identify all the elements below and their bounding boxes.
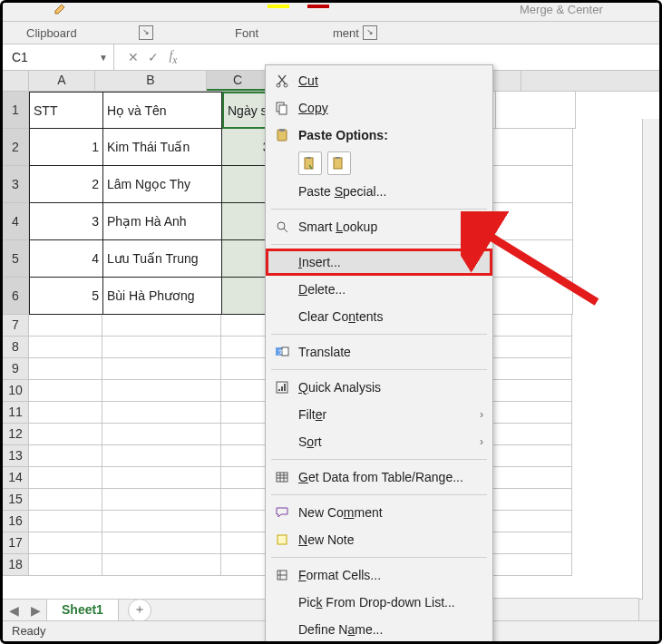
cell[interactable]: Lâm Ngọc Thy [103, 166, 222, 203]
cell[interactable]: Kim Thái Tuấn [103, 129, 222, 166]
row-header[interactable]: 1 [3, 92, 29, 129]
row-header[interactable]: 13 [3, 445, 29, 467]
cell[interactable]: Bùi Hà Phương [103, 278, 222, 315]
cell[interactable] [102, 424, 221, 445]
row-header[interactable]: 3 [3, 166, 29, 203]
column-header-c[interactable]: C [207, 71, 269, 91]
cell[interactable] [29, 511, 102, 532]
cell[interactable] [29, 489, 102, 511]
cell[interactable] [102, 315, 221, 337]
scrollbar-vertical[interactable] [642, 119, 659, 600]
cell[interactable] [496, 92, 576, 129]
cell[interactable] [102, 554, 221, 576]
menu-new-note[interactable]: New Note [266, 526, 492, 553]
font-color-swatch[interactable] [307, 5, 329, 8]
row-header[interactable]: 4 [3, 203, 29, 240]
fill-color-swatch[interactable] [268, 5, 289, 8]
cell[interactable] [29, 380, 102, 402]
menu-quick-analysis[interactable]: Quick Analysis [266, 374, 492, 401]
cell[interactable] [492, 511, 572, 532]
cell[interactable] [29, 402, 102, 424]
cell[interactable] [102, 402, 221, 424]
cell[interactable] [29, 358, 102, 380]
cancel-entry-icon[interactable]: ✕ [123, 50, 143, 64]
row-header[interactable]: 16 [3, 511, 29, 532]
menu-get-data[interactable]: Get Data from Table/Range... [266, 463, 492, 491]
cell[interactable] [492, 424, 572, 445]
menu-pick-list[interactable]: Pick From Drop-down List... [266, 589, 492, 616]
menu-filter[interactable]: Filter › [266, 401, 492, 428]
paste-default-icon[interactable] [298, 151, 322, 175]
row-header[interactable]: 7 [3, 315, 29, 337]
cell[interactable] [492, 445, 572, 467]
cell[interactable] [492, 489, 572, 511]
cell[interactable]: 3 [29, 203, 103, 240]
cell[interactable] [492, 402, 572, 424]
row-header[interactable]: 8 [3, 337, 29, 358]
cell[interactable] [29, 532, 102, 554]
add-sheet-button[interactable]: ＋ [128, 599, 151, 622]
cell[interactable] [492, 337, 572, 358]
cell[interactable]: Họ và Tên [103, 92, 222, 129]
menu-define-name[interactable]: Define Name... [266, 616, 492, 643]
paste-values-icon[interactable] [327, 151, 351, 175]
cell[interactable] [29, 315, 102, 337]
row-header[interactable]: 18 [3, 554, 29, 576]
row-header[interactable]: 9 [3, 358, 29, 380]
menu-smart-lookup[interactable]: Smart Lookup [266, 213, 492, 240]
menu-cut[interactable]: Cut [266, 67, 492, 94]
row-header[interactable]: 14 [3, 467, 29, 489]
menu-delete[interactable]: Delete... [266, 276, 492, 303]
row-header[interactable]: 15 [3, 489, 29, 511]
tab-next-icon[interactable]: ▶ [24, 603, 46, 618]
name-box-dropdown-icon[interactable]: ▼ [99, 53, 108, 63]
menu-translate[interactable]: 文 Translate [266, 338, 492, 366]
cell[interactable]: 1 [29, 129, 103, 166]
cell[interactable]: STT [29, 92, 103, 129]
cell[interactable] [493, 166, 573, 203]
menu-clear-contents[interactable]: Clear Contents [266, 303, 492, 330]
cell[interactable] [102, 489, 221, 511]
cell[interactable] [492, 554, 572, 576]
cell[interactable]: Phạm Hà Anh [103, 203, 222, 240]
cell[interactable] [29, 445, 102, 467]
menu-sort[interactable]: Sort › [266, 428, 492, 455]
tab-prev-icon[interactable]: ◀ [3, 603, 24, 618]
cell[interactable] [29, 554, 102, 576]
cell[interactable]: 5 [29, 278, 103, 315]
cell[interactable] [102, 467, 221, 489]
insert-function-icon[interactable]: fx [163, 49, 183, 66]
cell[interactable] [29, 467, 102, 489]
clipboard-launcher-icon[interactable]: ↘ [139, 25, 153, 40]
cell[interactable]: 4 [29, 240, 103, 278]
confirm-entry-icon[interactable]: ✓ [143, 50, 163, 64]
cell[interactable] [492, 358, 572, 380]
row-header[interactable]: 6 [3, 278, 29, 315]
select-all-corner[interactable] [3, 71, 29, 91]
row-header[interactable]: 10 [3, 380, 29, 402]
column-header-a[interactable]: A [29, 71, 95, 91]
menu-copy[interactable]: Copy [266, 94, 492, 122]
cell[interactable] [102, 511, 221, 532]
cell[interactable] [492, 532, 572, 554]
name-box[interactable]: C1 ▼ [3, 44, 114, 70]
menu-insert[interactable]: Insert... [266, 249, 492, 276]
column-header-b[interactable]: B [95, 71, 207, 91]
cell[interactable]: Lưu Tuấn Trung [103, 240, 222, 278]
merge-center-label[interactable]: Merge & Center [520, 3, 603, 16]
row-header[interactable]: 12 [3, 424, 29, 445]
cell[interactable]: 2 [29, 166, 103, 203]
cell[interactable] [102, 358, 221, 380]
cell[interactable] [102, 337, 221, 358]
cell[interactable] [102, 445, 221, 467]
row-header[interactable]: 2 [3, 129, 29, 166]
cell[interactable] [492, 380, 572, 402]
format-painter-icon[interactable] [54, 3, 70, 15]
menu-format-cells[interactable]: Format Cells... [266, 561, 492, 589]
sheet-tab-active[interactable]: Sheet1 [46, 599, 119, 623]
menu-paste-special[interactable]: Paste Special... [266, 178, 492, 205]
cell[interactable] [102, 380, 221, 402]
cell[interactable] [29, 424, 102, 445]
cell[interactable] [492, 467, 572, 489]
alignment-launcher-icon[interactable]: ↘ [363, 25, 377, 40]
